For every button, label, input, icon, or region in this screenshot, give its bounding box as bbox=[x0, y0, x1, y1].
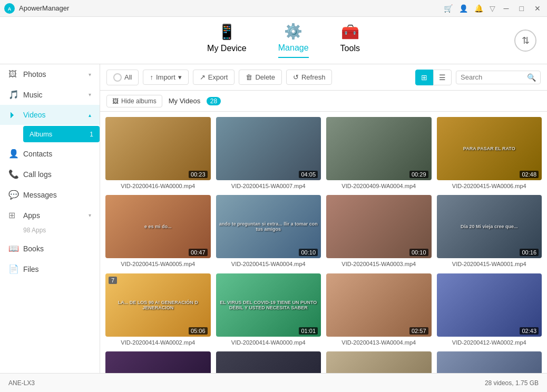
sidebar-item-books[interactable]: 📖 Books bbox=[0, 238, 100, 259]
video-item[interactable]: ROVID-20200411-WA0003.mp4 bbox=[326, 351, 432, 373]
my-videos-label: My Videos 28 bbox=[169, 97, 221, 105]
app-name: ApowerManager bbox=[19, 4, 69, 12]
refresh-icon: ↺ bbox=[293, 73, 299, 81]
call-logs-icon: 📞 bbox=[8, 169, 18, 179]
video-duration: 01:01 bbox=[299, 327, 318, 335]
video-overlay-text: RO bbox=[326, 351, 432, 373]
video-duration: 02:48 bbox=[520, 171, 539, 178]
import-arrow-icon: ▾ bbox=[178, 73, 182, 81]
apps-count-label: 98 Apps bbox=[23, 227, 46, 234]
maximize-button[interactable]: □ bbox=[517, 3, 526, 14]
tab-manage[interactable]: ⚙️ Manage bbox=[278, 23, 309, 58]
close-button[interactable]: ✕ bbox=[532, 3, 543, 14]
search-input[interactable] bbox=[461, 73, 524, 81]
video-name: VID-20200415-WA0007.mp4 bbox=[216, 182, 321, 190]
messages-icon: 💬 bbox=[8, 190, 18, 200]
video-item[interactable]: 00:29VID-20200409-WA0004.mp4 bbox=[326, 117, 432, 190]
manage-icon: ⚙️ bbox=[284, 23, 302, 40]
all-button[interactable]: All bbox=[106, 70, 139, 85]
sidebar-sub-item-albums[interactable]: Albums 1 bbox=[23, 126, 100, 142]
video-name: VID-20200415-WA0006.mp4 bbox=[437, 182, 542, 190]
sidebar-item-messages[interactable]: 💬 Messages bbox=[0, 184, 100, 205]
video-item[interactable]: VID-20200412-WA0000.mp4 bbox=[216, 351, 321, 373]
video-item[interactable]: 00:23VID-20200416-WA0000.mp4 bbox=[105, 117, 211, 190]
hide-albums-button[interactable]: 🖼 Hide albums bbox=[106, 95, 162, 107]
video-duration: 00:10 bbox=[409, 249, 428, 256]
minimize-button[interactable]: ─ bbox=[502, 3, 511, 14]
all-radio-icon bbox=[113, 73, 122, 82]
video-badge: 7 bbox=[109, 277, 117, 284]
video-duration: 02:43 bbox=[520, 327, 539, 335]
sidebar-item-photos[interactable]: 🖼 Photos ▾ bbox=[0, 64, 100, 84]
tab-my-device[interactable]: 📱 My Device bbox=[207, 23, 247, 57]
title-bar-left: A ApowerManager bbox=[4, 3, 69, 14]
video-name: VID-20200416-WA0000.mp4 bbox=[105, 182, 211, 190]
video-name: VID-20200412-WA0002.mp4 bbox=[437, 339, 542, 346]
video-name: VID-20200415-WA0005.mp4 bbox=[105, 260, 211, 268]
toolbar: All ↑ Import ▾ ↗ Export 🗑 Delete ↺ Refre… bbox=[100, 64, 547, 91]
video-item[interactable]: LA... DE LOS 90 A! GENERACIÓN D JENERACI… bbox=[105, 273, 211, 346]
grid-view-button[interactable]: ⊞ bbox=[415, 70, 433, 85]
list-view-button[interactable]: ☰ bbox=[433, 70, 452, 85]
sidebar-item-call-logs[interactable]: 📞 Call logs bbox=[0, 164, 100, 184]
hide-albums-icon: 🖼 bbox=[112, 97, 119, 105]
video-item[interactable]: Día 20 Mi vieja cree que...00:16VID-2020… bbox=[437, 195, 542, 268]
video-item[interactable]: EL VIRUS DEL COVID-19 TIENE UN PUNTO DÉB… bbox=[216, 273, 321, 346]
refresh-button[interactable]: ↺ Refresh bbox=[286, 70, 333, 85]
delete-button[interactable]: 🗑 Delete bbox=[239, 70, 282, 85]
video-item[interactable]: 04:05VID-20200415-WA0007.mp4 bbox=[216, 117, 321, 190]
import-button[interactable]: ↑ Import ▾ bbox=[143, 70, 188, 85]
video-name: VID-20200415-WA0004.mp4 bbox=[216, 260, 321, 268]
video-item[interactable]: e es mi do...00:47VID-20200415-WA0005.mp… bbox=[105, 195, 211, 268]
main-layout: 🖼 Photos ▾ 🎵 Music ▾ ⏵ Videos ▴ Albums 1… bbox=[0, 64, 547, 373]
video-duration: 00:29 bbox=[409, 171, 428, 178]
music-icon: 🎵 bbox=[8, 90, 18, 100]
photos-icon: 🖼 bbox=[8, 70, 18, 79]
tab-tools[interactable]: 🧰 Tools bbox=[340, 23, 360, 57]
sidebar-item-videos[interactable]: ⏵ Videos ▴ bbox=[0, 105, 100, 125]
video-item[interactable]: ando te preguntan si extra... llir a tom… bbox=[216, 195, 321, 268]
videos-arrow-icon: ▴ bbox=[89, 112, 91, 118]
video-count-info: 28 videos, 1.75 GB bbox=[485, 379, 539, 387]
files-icon: 📄 bbox=[8, 264, 18, 274]
video-duration: 05:06 bbox=[189, 327, 208, 335]
video-duration: 00:23 bbox=[189, 171, 208, 178]
status-bar: ANE-LX3 28 videos, 1.75 GB bbox=[0, 373, 547, 392]
apps-arrow-icon: ▾ bbox=[89, 212, 91, 218]
nav-tabs: 📱 My Device ⚙️ Manage 🧰 Tools bbox=[53, 23, 514, 58]
sidebar-item-apps[interactable]: ⊞ Apps ▾ bbox=[0, 205, 100, 226]
video-item[interactable]: 02:43VID-20200412-WA0002.mp4 bbox=[437, 273, 542, 346]
albums-bar: 🖼 Hide albums My Videos 28 bbox=[100, 91, 547, 112]
video-item[interactable]: VID-20200412-WA0001.mp4 bbox=[105, 351, 211, 373]
video-duration: 02:57 bbox=[409, 327, 428, 335]
tab-my-device-label: My Device bbox=[207, 44, 247, 53]
tab-manage-label: Manage bbox=[278, 43, 309, 53]
videos-icon: ⏵ bbox=[8, 110, 18, 120]
sidebar-item-files[interactable]: 📄 Files bbox=[0, 259, 100, 279]
video-item[interactable]: 02:57VID-20200413-WA0004.mp4 bbox=[326, 273, 432, 346]
video-duration: 04:05 bbox=[299, 171, 318, 178]
video-name: VID-20200414-WA0000.mp4 bbox=[216, 339, 321, 346]
search-box: 🔍 bbox=[456, 71, 541, 84]
video-name: VID-20200415-WA0003.mp4 bbox=[326, 260, 432, 268]
contacts-icon: 👤 bbox=[8, 149, 18, 159]
video-grid: 00:23VID-20200416-WA0000.mp404:05VID-202… bbox=[100, 112, 547, 373]
sync-icon: ⇅ bbox=[522, 35, 530, 46]
app-logo: A bbox=[4, 3, 15, 14]
window-controls: 🛒 👤 🔔 ▽ ─ □ ✕ bbox=[444, 3, 543, 14]
sidebar-item-contacts[interactable]: 👤 Contacts bbox=[0, 143, 100, 164]
tools-icon: 🧰 bbox=[341, 23, 359, 41]
sync-button[interactable]: ⇅ bbox=[514, 30, 536, 52]
content-area: All ↑ Import ▾ ↗ Export 🗑 Delete ↺ Refre… bbox=[100, 64, 547, 373]
export-button[interactable]: ↗ Export bbox=[193, 70, 235, 85]
video-item[interactable]: 00:10VID-20200415-WA0003.mp4 bbox=[326, 195, 432, 268]
video-item[interactable]: PARA PASAR EL RATO02:48VID-20200415-WA00… bbox=[437, 117, 542, 190]
video-name: VID-20200409-WA0004.mp4 bbox=[326, 182, 432, 190]
sidebar-item-music[interactable]: 🎵 Music ▾ bbox=[0, 84, 100, 105]
view-toggle: ⊞ ☰ bbox=[415, 70, 452, 85]
video-item[interactable]: VID-20200411-WA0002.mp4 bbox=[437, 351, 542, 373]
device-name: ANE-LX3 bbox=[8, 379, 35, 387]
delete-icon: 🗑 bbox=[246, 73, 252, 81]
video-name: VID-20200415-WA0001.mp4 bbox=[437, 260, 542, 268]
top-nav: 📱 My Device ⚙️ Manage 🧰 Tools ⇅ bbox=[0, 17, 547, 64]
